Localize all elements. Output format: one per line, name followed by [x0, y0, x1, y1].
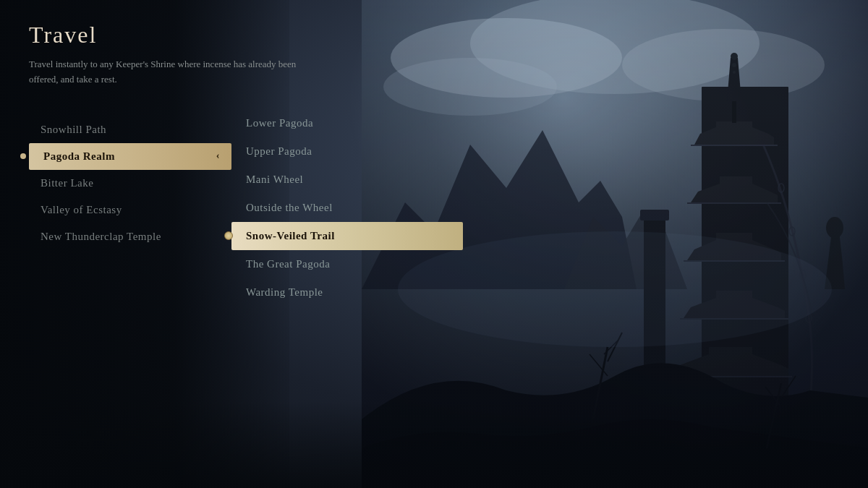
page-subtitle: Travel instantly to any Keeper's Shrine …	[29, 57, 304, 87]
region-item-pagoda-realm[interactable]: Pagoda Realm ‹	[29, 143, 231, 170]
sublocation-item-snow-veiled-trail[interactable]: Snow-Veiled Trail	[231, 222, 463, 250]
sublocation-item-the-great-pagoda[interactable]: The Great Pagoda	[231, 250, 463, 278]
sublocation-item-upper-pagoda[interactable]: Upper Pagoda	[231, 137, 463, 166]
sublocation-list: Lower Pagoda Upper Pagoda Mani Wheel Out…	[231, 109, 463, 307]
menu-container: Snowhill Path Pagoda Realm ‹ Bitter Lake…	[29, 116, 839, 307]
region-item-new-thunderclap-temple[interactable]: New Thunderclap Temple	[29, 223, 231, 250]
region-item-bitter-lake[interactable]: Bitter Lake	[29, 170, 231, 197]
chevron-icon: ‹	[216, 150, 220, 162]
ui-container: Travel Travel instantly to any Keeper's …	[0, 0, 868, 488]
sublocation-item-lower-pagoda[interactable]: Lower Pagoda	[231, 109, 463, 137]
region-list: Snowhill Path Pagoda Realm ‹ Bitter Lake…	[29, 116, 231, 250]
region-item-snowhill-path[interactable]: Snowhill Path	[29, 116, 231, 143]
sublocation-item-mani-wheel[interactable]: Mani Wheel	[231, 166, 463, 194]
sublocation-item-warding-temple[interactable]: Warding Temple	[231, 278, 463, 307]
page-title: Travel	[29, 22, 839, 48]
region-item-valley-of-ecstasy[interactable]: Valley of Ecstasy	[29, 197, 231, 223]
sublocation-item-outside-the-wheel[interactable]: Outside the Wheel	[231, 194, 463, 222]
